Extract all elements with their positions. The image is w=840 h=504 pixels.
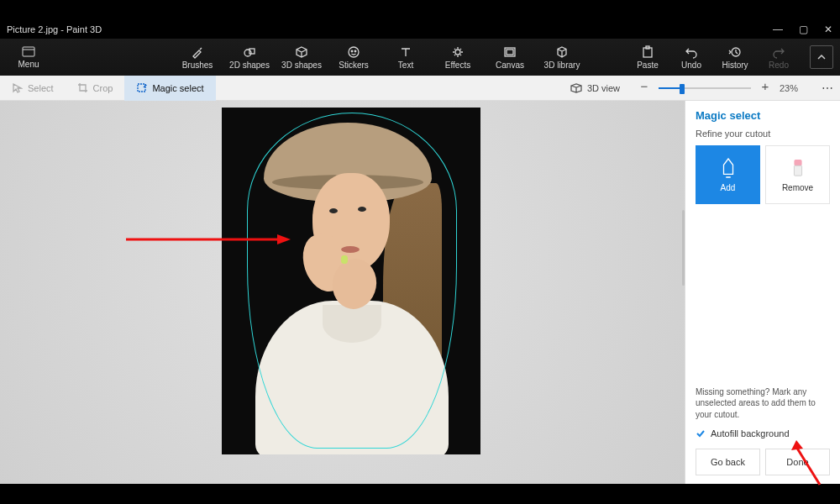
tool-label: 3D library [544, 60, 580, 70]
svg-rect-10 [643, 48, 652, 57]
minimize-button[interactable]: — [773, 24, 783, 34]
tool-3d-shapes[interactable]: 3D shapes [281, 45, 323, 70]
sub-label: Crop [93, 83, 113, 93]
paste-icon [641, 45, 654, 59]
workspace: Magic select Refine your cutout Add Remo… [0, 101, 840, 484]
sub-toolbar: Select Crop Magic select 3D view − + 23%… [0, 76, 840, 101]
window-title: Picture 2.jpg - Paint 3D [7, 24, 102, 34]
svg-rect-17 [794, 165, 801, 176]
tool-label: Stickers [339, 60, 369, 70]
svg-rect-13 [138, 84, 145, 92]
toolcard-label: Remove [782, 183, 813, 192]
button-label: Go back [711, 457, 745, 467]
annotation-arrow-icon [786, 438, 828, 489]
svg-rect-9 [507, 50, 513, 55]
tool-label: Effects [445, 60, 470, 70]
paste-button[interactable]: Paste [630, 45, 665, 70]
magic-select-outline [247, 113, 457, 449]
undo-button[interactable]: Undo [674, 45, 709, 70]
tool-3d-library[interactable]: 3D library [541, 45, 583, 70]
canvas-icon [503, 45, 517, 59]
add-tool-card[interactable]: Add [696, 145, 760, 204]
menu-label: Menu [18, 60, 39, 69]
tool-brushes[interactable]: Brushes [176, 45, 218, 70]
more-options-button[interactable]: ⋯ [815, 81, 840, 95]
svg-rect-16 [794, 160, 801, 165]
stickers-icon [347, 45, 360, 59]
checkbox-label: Autofill background [711, 428, 790, 438]
svg-line-18 [796, 447, 820, 485]
redo-button[interactable]: Redo [761, 45, 796, 70]
crop-icon [77, 82, 88, 93]
svg-point-4 [349, 47, 359, 57]
canvas-area[interactable] [0, 101, 685, 484]
sub-label: Magic select [152, 83, 203, 93]
title-bar: Picture 2.jpg - Paint 3D — ▢ ✕ [0, 20, 840, 39]
history-icon [728, 45, 742, 59]
shapes3d-icon [295, 45, 308, 59]
pencil-add-icon [719, 157, 738, 179]
window-controls: — ▢ ✕ [773, 24, 833, 34]
sub-label: 3D view [587, 83, 620, 93]
tool-label: Paste [637, 60, 659, 70]
view-3d-button[interactable]: 3D view [562, 83, 628, 93]
tool-label: Undo [681, 60, 701, 70]
svg-marker-15 [277, 234, 291, 244]
zoom-percent: 23% [780, 83, 806, 93]
panel-help-text: Missing something? Mark any unselected a… [696, 386, 830, 421]
svg-marker-19 [791, 440, 803, 450]
panel-subtitle: Refine your cutout [696, 129, 830, 139]
redo-icon [772, 45, 785, 59]
svg-point-5 [351, 50, 353, 52]
svg-rect-0 [23, 47, 34, 56]
tool-canvas[interactable]: Canvas [489, 45, 531, 70]
panel-title: Magic select [696, 109, 830, 122]
tool-label: Brushes [182, 60, 213, 70]
select-button[interactable]: Select [0, 76, 66, 101]
autofill-checkbox[interactable]: Autofill background [696, 428, 830, 438]
tool-stickers[interactable]: Stickers [333, 45, 375, 70]
zoom-in-button[interactable]: + [758, 81, 773, 96]
eraser-remove-icon [789, 157, 807, 179]
tool-label: History [722, 60, 748, 70]
maximize-button[interactable]: ▢ [798, 24, 808, 34]
app-window: Picture 2.jpg - Paint 3D — ▢ ✕ Menu Brus… [0, 20, 840, 484]
crop-button[interactable]: Crop [66, 76, 125, 101]
expand-ribbon-button[interactable] [810, 45, 833, 69]
tool-label: Text [398, 60, 413, 70]
close-button[interactable]: ✕ [823, 24, 833, 34]
zoom-slider[interactable] [659, 82, 751, 94]
zoom-controls: − + 23% [628, 81, 815, 96]
checkmark-icon [696, 428, 706, 438]
sub-label: Select [28, 83, 54, 93]
toolcard-label: Add [721, 183, 736, 192]
menu-button[interactable]: Menu [7, 46, 50, 69]
menu-icon [22, 46, 35, 58]
tool-effects[interactable]: Effects [437, 45, 479, 70]
shapes2d-icon [243, 45, 256, 59]
magic-select-button[interactable]: Magic select [124, 76, 215, 101]
cursor-icon [12, 82, 23, 93]
brush-icon [191, 45, 204, 59]
annotation-arrow-icon [126, 231, 294, 248]
magic-select-icon [136, 82, 147, 93]
undo-icon [685, 45, 698, 59]
tool-label: Redo [769, 60, 789, 70]
effects-icon [451, 45, 465, 59]
text-icon [399, 45, 412, 59]
magic-select-panel: Magic select Refine your cutout Add Remo… [685, 101, 840, 484]
svg-point-7 [455, 50, 460, 55]
chevron-up-icon [816, 52, 827, 62]
panel-scrollbar[interactable] [682, 210, 685, 286]
tool-2d-shapes[interactable]: 2D shapes [228, 45, 270, 70]
image-canvas[interactable] [222, 108, 480, 454]
svg-point-2 [244, 50, 251, 56]
library3d-icon [555, 45, 569, 59]
tool-label: 3D shapes [281, 60, 322, 70]
remove-tool-card[interactable]: Remove [765, 145, 830, 204]
zoom-out-button[interactable]: − [637, 81, 652, 96]
history-button[interactable]: History [717, 45, 753, 70]
tool-label: Canvas [496, 60, 524, 70]
go-back-button[interactable]: Go back [696, 449, 760, 475]
tool-text[interactable]: Text [385, 45, 427, 70]
